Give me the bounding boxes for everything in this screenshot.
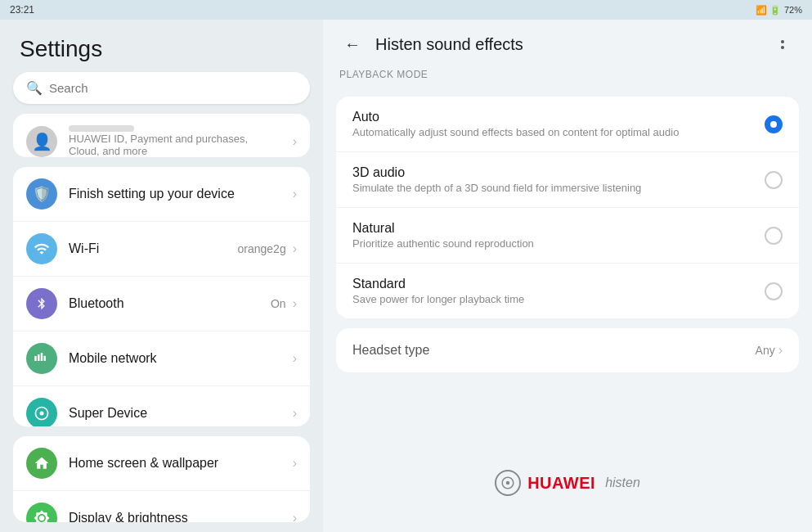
svg-point-0 — [40, 411, 44, 415]
super-device-content: Super Device — [69, 406, 281, 421]
sidebar-item-super-device[interactable]: Super Device › — [13, 386, 310, 426]
mode-3d-desc: Simulate the depth of a 3D sound field f… — [352, 182, 755, 194]
wifi-label: Wi-Fi — [69, 241, 227, 256]
sidebar-item-bluetooth[interactable]: Bluetooth On › — [13, 277, 310, 331]
display-label: Display & brightness — [69, 511, 281, 522]
user-card: 👤 HUAWEI ID, Payment and purchases, Clou… — [13, 114, 310, 157]
mode-auto-text: Auto Automatically adjust sound effects … — [352, 110, 755, 138]
mode-3d-radio[interactable] — [765, 171, 783, 189]
sidebar-item-mobile-network[interactable]: Mobile network › — [13, 331, 310, 386]
mobile-network-label: Mobile network — [69, 351, 281, 366]
display-icon — [26, 503, 57, 522]
status-icons: 📶 🔋 — [756, 5, 781, 16]
mode-auto-desc: Automatically adjust sound effects based… — [352, 126, 755, 138]
sidebar-item-display[interactable]: Display & brightness › — [13, 491, 310, 522]
dot1 — [781, 40, 784, 43]
more-options-button[interactable] — [769, 31, 796, 57]
status-right: 📶 🔋 72% — [756, 5, 802, 16]
huawei-brand: HUAWEI histen — [495, 470, 640, 496]
bluetooth-content: Bluetooth — [69, 296, 259, 311]
mode-natural[interactable]: Natural Prioritize authentic sound repro… — [336, 208, 799, 264]
user-content: HUAWEI ID, Payment and purchases, Cloud,… — [69, 125, 281, 157]
mode-natural-label: Natural — [352, 221, 755, 236]
wifi-value: orange2g — [238, 242, 286, 255]
home-screen-content: Home screen & wallpaper — [69, 456, 281, 471]
mobile-network-content: Mobile network — [69, 351, 281, 366]
back-button[interactable]: ← — [339, 31, 366, 57]
status-time: 23:21 — [10, 4, 34, 16]
right-header: ← Histen sound effects — [323, 20, 812, 65]
bottom-settings-card: Home screen & wallpaper › Display & brig… — [13, 436, 310, 522]
finish-setup-content: Finish setting up your device — [69, 187, 281, 201]
bluetooth-value-row: On › — [271, 296, 297, 311]
wifi-value-row: orange2g › — [238, 241, 298, 256]
mode-standard-desc: Save power for longer playback time — [352, 293, 755, 305]
mode-3d-text: 3D audio Simulate the depth of a 3D soun… — [352, 165, 755, 194]
avatar: 👤 — [26, 126, 57, 157]
dot2 — [781, 46, 784, 49]
finish-setup-label: Finish setting up your device — [69, 187, 281, 201]
chevron-icon: › — [778, 343, 783, 358]
bluetooth-icon — [26, 288, 57, 319]
mode-auto-label: Auto — [352, 110, 755, 124]
display-content: Display & brightness — [69, 511, 281, 522]
status-bar: 23:21 📶 🔋 72% — [0, 0, 812, 20]
wifi-icon — [26, 233, 57, 264]
mode-standard[interactable]: Standard Save power for longer playback … — [336, 264, 799, 318]
main-settings-card: 🛡️ Finish setting up your device › Wi-Fi — [13, 167, 310, 426]
mode-natural-text: Natural Prioritize authentic sound repro… — [352, 221, 755, 250]
super-device-label: Super Device — [69, 406, 281, 421]
main-container: Settings 🔍 👤 HUAWEI ID, Payment and purc… — [0, 20, 812, 532]
finish-setup-icon: 🛡️ — [26, 178, 57, 210]
user-item[interactable]: 👤 HUAWEI ID, Payment and purchases, Clou… — [13, 114, 310, 157]
right-panel: ← Histen sound effects PLAYBACK MODE Aut… — [323, 20, 812, 532]
mode-natural-desc: Prioritize authentic sound reproduction — [352, 237, 755, 250]
mode-natural-radio[interactable] — [765, 227, 783, 245]
sidebar-item-wifi[interactable]: Wi-Fi orange2g › — [13, 222, 310, 277]
home-screen-icon — [26, 448, 57, 479]
chevron-icon: › — [293, 134, 297, 149]
chevron-icon: › — [293, 296, 297, 311]
bluetooth-value: On — [271, 297, 286, 310]
section-label: PLAYBACK MODE — [336, 65, 799, 87]
mode-3d-audio[interactable]: 3D audio Simulate the depth of a 3D soun… — [336, 152, 799, 208]
mode-auto-radio[interactable] — [765, 115, 783, 133]
mode-3d-label: 3D audio — [352, 165, 755, 180]
playback-mode-card: Auto Automatically adjust sound effects … — [336, 97, 799, 318]
sidebar-item-finish-setup[interactable]: 🛡️ Finish setting up your device › — [13, 167, 310, 222]
headset-type-card: Headset type Any › — [336, 328, 799, 372]
super-device-icon — [26, 398, 57, 426]
bluetooth-label: Bluetooth — [69, 296, 259, 311]
search-input[interactable] — [49, 81, 297, 95]
settings-panel: Settings 🔍 👤 HUAWEI ID, Payment and purc… — [0, 20, 323, 532]
search-bar[interactable]: 🔍 — [13, 72, 310, 104]
user-name-placeholder — [69, 125, 134, 132]
sidebar-item-home-screen[interactable]: Home screen & wallpaper › — [13, 436, 310, 491]
svg-point-1 — [506, 481, 510, 485]
headset-type-label: Headset type — [352, 343, 756, 358]
mobile-network-icon — [26, 343, 57, 374]
mode-standard-radio[interactable] — [765, 282, 783, 300]
chevron-icon: › — [293, 456, 297, 471]
headset-type-value: Any — [756, 344, 775, 357]
chevron-icon: › — [293, 241, 297, 256]
huawei-logo-icon — [495, 470, 521, 496]
wifi-content: Wi-Fi — [69, 241, 227, 256]
branding-area: HUAWEI histen — [336, 382, 799, 516]
battery-level: 72% — [784, 5, 802, 15]
chevron-icon: › — [293, 511, 297, 522]
home-screen-label: Home screen & wallpaper — [69, 456, 281, 471]
right-content: PLAYBACK MODE Auto Automatically adjust … — [323, 65, 812, 532]
histen-brand-name: histen — [605, 476, 640, 490]
search-icon: 🔍 — [26, 80, 43, 96]
page-title: Histen sound effects — [375, 35, 523, 54]
settings-title: Settings — [0, 20, 323, 72]
mode-standard-text: Standard Save power for longer playback … — [352, 277, 755, 305]
headset-type-item[interactable]: Headset type Any › — [336, 328, 799, 372]
chevron-icon: › — [293, 187, 297, 201]
mode-auto[interactable]: Auto Automatically adjust sound effects … — [336, 97, 799, 152]
chevron-icon: › — [293, 351, 297, 366]
mode-standard-label: Standard — [352, 277, 755, 291]
user-subtitle: HUAWEI ID, Payment and purchases, Cloud,… — [69, 133, 281, 157]
header-left: ← Histen sound effects — [339, 31, 523, 57]
